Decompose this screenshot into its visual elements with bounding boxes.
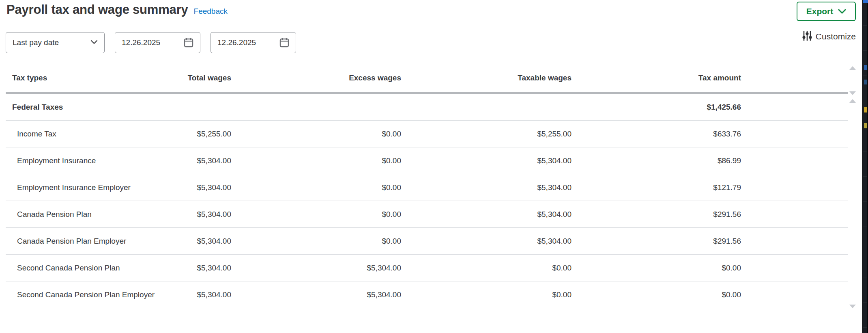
background-fragment xyxy=(864,80,867,84)
end-date-field[interactable] xyxy=(211,32,296,53)
start-date-field[interactable] xyxy=(115,32,200,53)
row-tax-amount: $86.99 xyxy=(572,156,741,165)
customize-label: Customize xyxy=(816,32,856,41)
table-row: Canada Pension Plan Employer $5,304.00 $… xyxy=(6,228,848,255)
row-excess-wages: $5,304.00 xyxy=(231,264,401,272)
background-fragment xyxy=(864,65,867,70)
row-label: Second Canada Pension Plan Employer xyxy=(6,290,180,299)
row-total-wages: $5,255.00 xyxy=(180,130,231,138)
row-tax-amount: $121.79 xyxy=(572,183,741,192)
row-excess-wages: $0.00 xyxy=(231,210,401,219)
payroll-summary-table: Tax types Total wages Excess wages Taxab… xyxy=(6,63,848,308)
page-header: Payroll tax and wage summary Feedback xyxy=(6,2,228,17)
row-taxable-wages: $5,304.00 xyxy=(401,156,572,165)
customize-button[interactable]: Customize xyxy=(802,30,856,43)
table-row: Second Canada Pension Plan $5,304.00 $5,… xyxy=(6,255,848,281)
column-header-taxable-wages: Taxable wages xyxy=(401,74,572,82)
row-label: Second Canada Pension Plan xyxy=(6,264,180,272)
table-row: Canada Pension Plan $5,304.00 $0.00 $5,3… xyxy=(6,201,848,228)
calendar-icon[interactable] xyxy=(184,37,193,48)
page-title: Payroll tax and wage summary xyxy=(6,2,188,17)
row-taxable-wages: $0.00 xyxy=(401,290,572,299)
row-taxable-wages: $5,255.00 xyxy=(401,130,572,138)
row-label: Employment Insurance xyxy=(6,156,180,165)
scroll-up-arrow[interactable] xyxy=(849,99,856,103)
row-label: Federal Taxes xyxy=(6,103,180,112)
date-range-type-value: Last pay date xyxy=(13,38,59,47)
row-excess-wages: $0.00 xyxy=(231,183,401,192)
row-total-wages: $5,304.00 xyxy=(180,210,231,219)
row-total-wages: $5,304.00 xyxy=(180,183,231,192)
row-excess-wages: $0.00 xyxy=(231,130,401,138)
row-taxable-wages: $5,304.00 xyxy=(401,183,572,192)
row-taxable-wages: $5,304.00 xyxy=(401,210,572,219)
row-total-wages: $5,304.00 xyxy=(180,237,231,246)
row-total-wages: $5,304.00 xyxy=(180,290,231,299)
row-tax-amount: $291.56 xyxy=(572,237,741,246)
table-header-row: Tax types Total wages Excess wages Taxab… xyxy=(6,63,848,92)
scroll-down-arrow[interactable] xyxy=(849,91,856,95)
end-date-input[interactable] xyxy=(217,38,270,47)
column-header-total-wages: Total wages xyxy=(180,74,231,82)
row-excess-wages: $0.00 xyxy=(231,156,401,165)
row-tax-amount: $0.00 xyxy=(572,264,741,272)
row-label: Employment Insurance Employer xyxy=(6,183,180,192)
row-excess-wages: $0.00 xyxy=(231,237,401,246)
table-row: Income Tax $5,255.00 $0.00 $5,255.00 $63… xyxy=(6,121,848,147)
row-total-wages: $5,304.00 xyxy=(180,156,231,165)
background-fragment xyxy=(863,0,868,3)
calendar-icon[interactable] xyxy=(279,37,289,48)
feedback-link[interactable]: Feedback xyxy=(194,7,228,16)
table-row: Employment Insurance Employer $5,304.00 … xyxy=(6,174,848,201)
row-tax-amount: $1,425.66 xyxy=(572,103,741,112)
chevron-down-icon xyxy=(838,9,846,14)
column-header-tax-amount: Tax amount xyxy=(572,74,741,82)
export-button[interactable]: Export xyxy=(797,2,856,21)
export-button-label: Export xyxy=(806,6,834,16)
column-header-excess-wages: Excess wages xyxy=(231,74,401,82)
table-row: Employment Insurance $5,304.00 $0.00 $5,… xyxy=(6,147,848,174)
background-fragment xyxy=(864,123,867,128)
row-tax-amount: $291.56 xyxy=(572,210,741,219)
table-row: Second Canada Pension Plan Employer $5,3… xyxy=(6,281,848,308)
scroll-down-arrow[interactable] xyxy=(849,305,856,308)
date-range-type-select[interactable]: Last pay date xyxy=(6,32,105,53)
row-taxable-wages: $5,304.00 xyxy=(401,237,572,246)
row-taxable-wages: $0.00 xyxy=(401,264,572,272)
row-excess-wages: $5,304.00 xyxy=(231,290,401,299)
row-label: Canada Pension Plan Employer xyxy=(6,237,180,246)
scroll-up-arrow[interactable] xyxy=(849,66,856,70)
start-date-input[interactable] xyxy=(122,38,174,47)
row-label: Canada Pension Plan xyxy=(6,210,180,219)
chevron-down-icon xyxy=(90,39,98,46)
sliders-icon xyxy=(802,30,812,43)
filter-bar: Last pay date xyxy=(6,32,296,53)
row-total-wages: $5,304.00 xyxy=(180,264,231,272)
background-window-edge xyxy=(862,0,868,333)
row-tax-amount: $0.00 xyxy=(572,290,741,299)
background-fragment xyxy=(864,107,867,112)
column-header-tax-types: Tax types xyxy=(6,74,180,82)
table-row-federal-taxes: Federal Taxes $1,425.66 xyxy=(6,94,848,121)
row-tax-amount: $633.76 xyxy=(572,130,741,138)
row-label: Income Tax xyxy=(6,130,180,138)
